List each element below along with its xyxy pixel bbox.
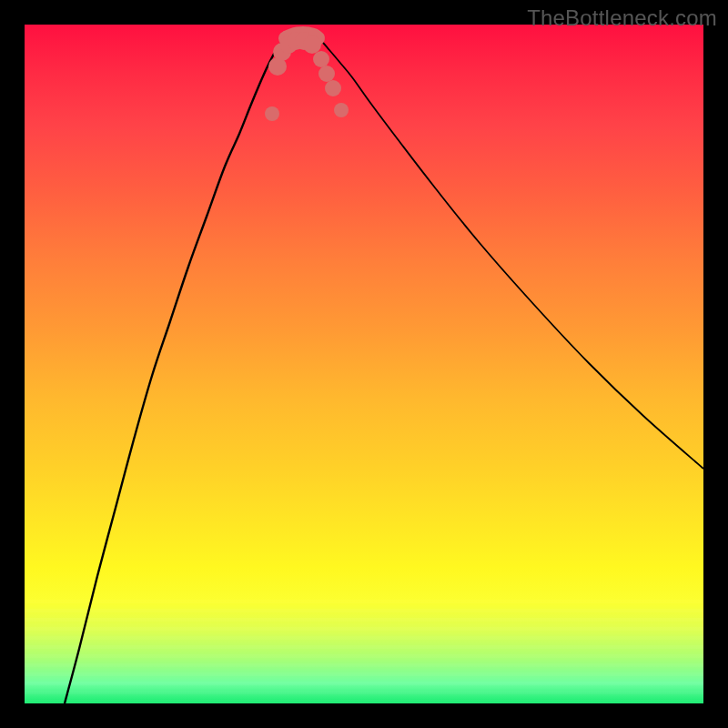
- highlight-dot: [303, 35, 321, 54]
- right-curve: [318, 38, 703, 469]
- highlight-dot: [325, 80, 341, 96]
- highlight-dot: [313, 51, 329, 67]
- highlight-dot: [334, 103, 349, 117]
- left-curve: [65, 38, 286, 703]
- highlight-dot: [265, 106, 279, 121]
- chart-overlay: [25, 25, 703, 703]
- watermark: TheBottleneck.com: [527, 5, 717, 31]
- highlight-dot: [318, 66, 335, 82]
- highlight-dots: [265, 32, 349, 121]
